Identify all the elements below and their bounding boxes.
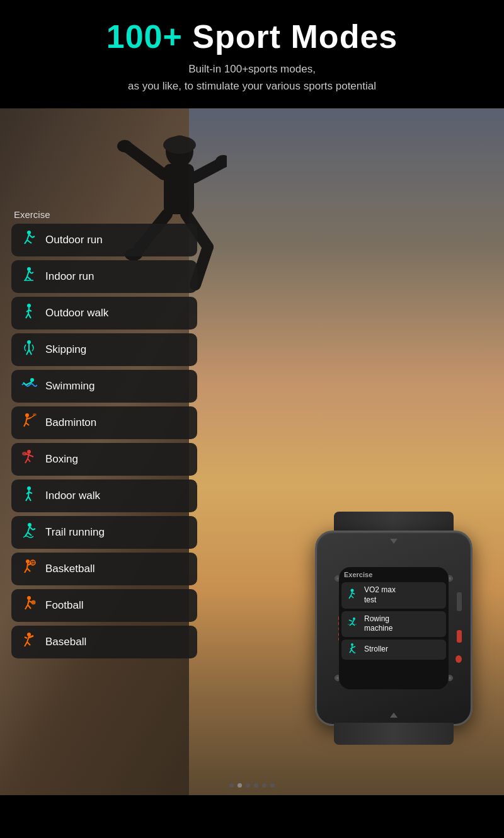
svg-point-49 [22,452,27,456]
exercise-list: Exercise Outdoor run Indoor run Outdoor … [11,209,197,662]
svg-point-63 [26,560,30,563]
svg-line-29 [29,310,32,311]
watch-vo2-icon [346,588,359,602]
svg-line-53 [26,496,28,501]
svg-line-50 [29,455,33,457]
svg-line-99 [352,646,355,648]
indoor-run-label: Indoor run [45,270,94,283]
svg-line-46 [25,459,28,463]
svg-line-62 [33,529,35,530]
svg-line-36 [23,382,26,385]
baseball-label: Baseball [45,636,86,648]
swimming-label: Swimming [45,380,94,393]
svg-line-60 [28,532,32,536]
side-button-dot[interactable] [455,655,462,663]
watch-top-indicator [390,539,398,544]
svg-line-66 [27,568,30,571]
svg-line-7 [195,247,208,285]
svg-line-65 [25,568,27,573]
svg-line-40 [26,423,29,425]
svg-line-26 [26,314,28,318]
svg-point-17 [27,267,31,271]
exercise-item-outdoor-walk[interactable]: Outdoor walk [11,297,197,330]
football-icon [20,595,38,616]
hero-section: Exercise Outdoor run Indoor run Outdoor … [0,108,504,795]
svg-line-64 [27,563,28,568]
svg-point-76 [32,600,36,605]
skipping-label: Skipping [45,343,86,356]
indoor-run-icon [20,267,38,287]
svg-point-1 [163,136,196,154]
exercise-item-basketball[interactable]: Basketball [11,553,197,585]
svg-line-61 [30,527,33,530]
basketball-icon [20,559,38,579]
watch-rowing-label: Rowingmachine [364,614,392,634]
svg-line-54 [28,496,31,501]
watch-item-rowing[interactable]: Rowingmachine [341,611,446,637]
svg-line-86 [351,595,353,598]
pagination-dot-5[interactable] [262,783,266,788]
pagination-dot-3[interactable] [246,783,250,788]
pagination-dot-2[interactable] [238,783,242,788]
svg-line-96 [350,650,352,653]
watch-band-bottom [334,723,454,745]
watch-vo2-label: VO2 maxtest [364,585,396,605]
exercise-item-trail-running[interactable]: Trail running [11,516,197,549]
svg-line-79 [25,642,27,646]
svg-line-47 [28,459,30,462]
svg-point-77 [27,633,31,636]
svg-point-9 [117,140,132,152]
badminton-label: Badminton [45,416,96,429]
side-button-top[interactable] [457,592,462,611]
svg-point-30 [27,340,31,344]
svg-point-51 [27,486,31,490]
svg-line-3 [126,146,164,175]
exercise-item-swimming[interactable]: Swimming [11,370,197,403]
svg-point-100 [354,651,356,653]
pagination-dot-6[interactable] [270,783,275,788]
watch-body: SPORT Exercise VO2 m [302,512,485,745]
exercise-item-skipping[interactable]: Skipping [11,333,197,366]
watch-stroller-label: Stroller [364,645,388,655]
smartwatch: SPORT Exercise VO2 m [302,512,485,745]
exercise-item-indoor-walk[interactable]: Indoor walk [11,479,197,512]
watch-bottom-indicator [390,713,398,718]
indoor-walk-label: Indoor walk [45,490,100,502]
svg-line-21 [29,271,32,273]
svg-point-24 [27,304,31,307]
svg-line-85 [349,595,351,599]
svg-point-88 [353,617,355,620]
svg-point-11 [27,231,31,234]
svg-line-16 [32,236,35,238]
exercise-item-badminton[interactable]: Badminton [11,406,197,439]
svg-line-20 [27,277,31,280]
svg-line-41 [27,418,31,419]
svg-point-83 [351,588,354,592]
football-label: Football [45,599,83,612]
side-button-middle[interactable] [457,630,462,643]
watch-rowing-icon [346,617,359,631]
exercise-item-boxing[interactable]: Boxing [11,443,197,476]
exercise-item-football[interactable]: Football [11,589,197,622]
pagination-dot-4[interactable] [254,783,258,788]
exercise-item-baseball[interactable]: Baseball [11,626,197,658]
swimming-icon [20,376,38,396]
svg-line-52 [28,490,29,496]
svg-line-74 [28,605,31,609]
svg-point-34 [30,378,34,382]
pagination-dot-1[interactable] [229,783,234,788]
svg-line-92 [349,620,352,621]
svg-line-84 [351,592,352,595]
watch-item-stroller[interactable]: Stroller [341,640,446,660]
svg-line-89 [352,620,354,623]
outdoor-walk-icon [20,303,38,323]
svg-line-27 [28,314,31,318]
boxing-icon [20,449,38,469]
watch-item-vo2[interactable]: VO2 maxtest [341,582,446,608]
svg-line-32 [26,350,29,355]
indoor-walk-icon [20,486,38,506]
svg-line-56 [29,492,32,493]
exercise-item-outdoor-run[interactable]: Outdoor run [11,224,197,256]
exercise-item-indoor-run[interactable]: Indoor run [11,260,197,293]
svg-line-33 [29,350,32,355]
